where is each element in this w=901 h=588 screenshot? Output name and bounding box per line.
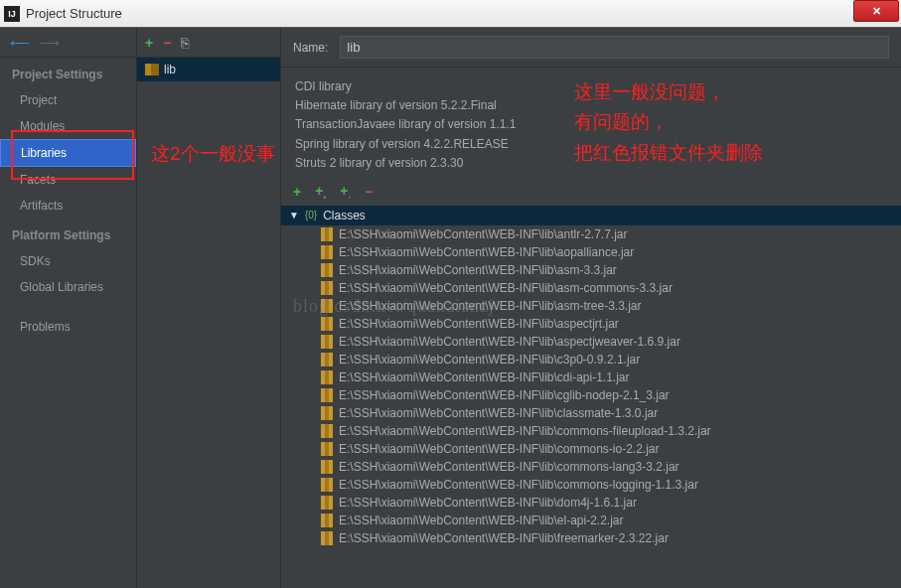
library-icon (145, 64, 159, 75)
nav-problems[interactable]: Problems (0, 314, 136, 340)
add-jar-icon[interactable]: + (293, 184, 301, 200)
jar-item[interactable]: E:\SSH\xiaomi\WebContent\WEB-INF\lib\com… (281, 440, 901, 458)
jar-path: E:\SSH\xiaomi\WebContent\WEB-INF\lib\cla… (339, 406, 658, 420)
section-project-settings: Project Settings (0, 58, 136, 87)
jar-item[interactable]: E:\SSH\xiaomi\WebContent\WEB-INF\lib\asp… (281, 333, 901, 351)
jar-icon (321, 263, 333, 277)
jar-icon (321, 478, 333, 492)
jar-path: E:\SSH\xiaomi\WebContent\WEB-INF\lib\cgl… (339, 388, 670, 402)
jar-icon (321, 514, 333, 527)
content-panel: Name: CDI library Hibernate library of v… (281, 28, 901, 588)
library-list-panel: + − ⎘ lib (137, 28, 281, 588)
jar-path: E:\SSH\xiaomi\WebContent\WEB-INF\lib\aop… (339, 245, 634, 259)
desc-line: CDI library (295, 77, 887, 96)
jar-icon (321, 424, 333, 438)
jar-path: E:\SSH\xiaomi\WebContent\WEB-INF\lib\asp… (339, 335, 680, 349)
jar-item[interactable]: E:\SSH\xiaomi\WebContent\WEB-INF\lib\c3p… (281, 351, 901, 368)
add-library-icon[interactable]: + (145, 35, 153, 51)
collapse-icon: ▼ (289, 210, 299, 220)
classes-icon: {0} (305, 210, 317, 220)
app-icon: IJ (4, 6, 20, 22)
tree-classes-header[interactable]: ▼ {0} Classes (281, 206, 901, 225)
library-item-label: lib (164, 63, 176, 76)
forward-icon[interactable]: ⟶ (40, 35, 60, 51)
remove-library-icon[interactable]: − (163, 35, 171, 51)
nav-global-libraries[interactable]: Global Libraries (0, 274, 136, 300)
nav-facets[interactable]: Facets (0, 167, 136, 193)
jar-list: E:\SSH\xiaomi\WebContent\WEB-INF\lib\ant… (281, 225, 901, 588)
jar-path: E:\SSH\xiaomi\WebContent\WEB-INF\lib\fre… (339, 531, 669, 545)
section-platform-settings: Platform Settings (0, 219, 136, 248)
jar-item[interactable]: E:\SSH\xiaomi\WebContent\WEB-INF\lib\asp… (281, 315, 901, 333)
add-jar-dir-icon[interactable]: +▪ (315, 183, 326, 202)
jar-icon (321, 227, 333, 241)
jar-item[interactable]: E:\SSH\xiaomi\WebContent\WEB-INF\lib\fre… (281, 529, 901, 547)
desc-line: TransactionJavaee library of version 1.1… (295, 115, 887, 134)
nav-artifacts[interactable]: Artifacts (0, 193, 136, 219)
jar-item[interactable]: E:\SSH\xiaomi\WebContent\WEB-INF\lib\cgl… (281, 386, 901, 404)
jar-path: E:\SSH\xiaomi\WebContent\WEB-INF\lib\dom… (339, 496, 637, 510)
back-icon[interactable]: ⟵ (10, 35, 30, 51)
jar-icon (321, 317, 333, 331)
jar-item[interactable]: E:\SSH\xiaomi\WebContent\WEB-INF\lib\el-… (281, 512, 901, 529)
sidebar: ⟵ ⟶ Project Settings Project Modules Lib… (0, 28, 137, 588)
jar-item[interactable]: E:\SSH\xiaomi\WebContent\WEB-INF\lib\asm… (281, 279, 901, 297)
jar-path: E:\SSH\xiaomi\WebContent\WEB-INF\lib\com… (339, 460, 679, 474)
jar-icon (321, 335, 333, 349)
jar-path: E:\SSH\xiaomi\WebContent\WEB-INF\lib\asm… (339, 263, 617, 277)
jar-item[interactable]: E:\SSH\xiaomi\WebContent\WEB-INF\lib\asm… (281, 297, 901, 315)
copy-library-icon[interactable]: ⎘ (181, 35, 189, 51)
jar-item[interactable]: E:\SSH\xiaomi\WebContent\WEB-INF\lib\dom… (281, 494, 901, 512)
window-title: Project Structure (26, 6, 853, 21)
name-label: Name: (293, 41, 328, 55)
jar-icon (321, 442, 333, 456)
jar-path: E:\SSH\xiaomi\WebContent\WEB-INF\lib\com… (339, 424, 711, 438)
jar-path: E:\SSH\xiaomi\WebContent\WEB-INF\lib\el-… (339, 514, 624, 527)
jar-path: E:\SSH\xiaomi\WebContent\WEB-INF\lib\ant… (339, 227, 628, 241)
jar-icon (321, 370, 333, 384)
library-item-lib[interactable]: lib (137, 58, 280, 81)
jar-item[interactable]: E:\SSH\xiaomi\WebContent\WEB-INF\lib\com… (281, 458, 901, 476)
jar-icon (321, 299, 333, 313)
name-input[interactable] (340, 36, 889, 59)
jar-item[interactable]: E:\SSH\xiaomi\WebContent\WEB-INF\lib\aop… (281, 243, 901, 261)
nav-modules[interactable]: Modules (0, 113, 136, 139)
jar-path: E:\SSH\xiaomi\WebContent\WEB-INF\lib\asm… (339, 299, 642, 313)
jar-item[interactable]: E:\SSH\xiaomi\WebContent\WEB-INF\lib\cla… (281, 404, 901, 422)
desc-line: Spring library of version 4.2.2.RELEASE (295, 135, 887, 154)
jar-icon (321, 388, 333, 402)
jar-path: E:\SSH\xiaomi\WebContent\WEB-INF\lib\c3p… (339, 353, 640, 367)
jar-icon (321, 281, 333, 295)
jar-item[interactable]: E:\SSH\xiaomi\WebContent\WEB-INF\lib\asm… (281, 261, 901, 279)
jar-icon (321, 406, 333, 420)
jar-path: E:\SSH\xiaomi\WebContent\WEB-INF\lib\cdi… (339, 370, 630, 384)
jar-icon (321, 245, 333, 259)
tree-root-label: Classes (323, 209, 366, 222)
jar-item[interactable]: E:\SSH\xiaomi\WebContent\WEB-INF\lib\ant… (281, 225, 901, 243)
jar-path: E:\SSH\xiaomi\WebContent\WEB-INF\lib\asm… (339, 281, 673, 295)
nav-project[interactable]: Project (0, 87, 136, 113)
nav-sdks[interactable]: SDKs (0, 248, 136, 274)
jar-path: E:\SSH\xiaomi\WebContent\WEB-INF\lib\asp… (339, 317, 619, 331)
jar-icon (321, 353, 333, 367)
add-jar-global-icon[interactable]: +▫ (340, 183, 351, 202)
desc-line: Hibernate library of version 5.2.2.Final (295, 96, 887, 115)
jar-path: E:\SSH\xiaomi\WebContent\WEB-INF\lib\com… (339, 478, 698, 492)
jar-icon (321, 460, 333, 474)
desc-line: Struts 2 library of version 2.3.30 (295, 154, 887, 173)
jar-item[interactable]: E:\SSH\xiaomi\WebContent\WEB-INF\lib\com… (281, 422, 901, 440)
titlebar: IJ Project Structure ✕ (0, 0, 901, 28)
close-button[interactable]: ✕ (853, 0, 899, 22)
jar-icon (321, 496, 333, 510)
nav-libraries[interactable]: Libraries (0, 139, 136, 167)
jar-item[interactable]: E:\SSH\xiaomi\WebContent\WEB-INF\lib\com… (281, 476, 901, 494)
remove-jar-icon[interactable]: − (365, 184, 373, 200)
library-descriptions: CDI library Hibernate library of version… (281, 68, 901, 183)
jar-path: E:\SSH\xiaomi\WebContent\WEB-INF\lib\com… (339, 442, 660, 456)
jar-icon (321, 531, 333, 545)
jar-item[interactable]: E:\SSH\xiaomi\WebContent\WEB-INF\lib\cdi… (281, 368, 901, 386)
